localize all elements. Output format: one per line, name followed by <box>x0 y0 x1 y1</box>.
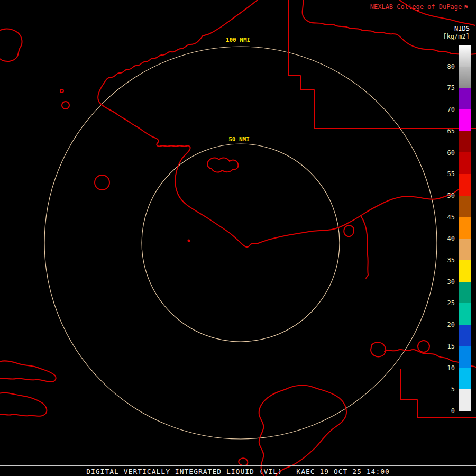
colorbar-tick-75: 75 <box>447 84 455 92</box>
range-ring-label-50: 50 NMI <box>226 136 252 143</box>
radar-map <box>0 0 476 476</box>
colorbar-tick-25: 25 <box>447 299 455 307</box>
brand: NEXLAB-College of DuPage⚑ <box>370 3 469 11</box>
colorbar-segment-50 <box>459 174 471 196</box>
colorbar-segment-70 <box>459 88 471 109</box>
product-caption: DIGITAL VERTICALLY INTEGRATED LIQUID (VI… <box>0 468 476 475</box>
colorbar-tick-0: 0 <box>451 407 455 415</box>
map-outlines <box>0 0 476 476</box>
colorbar-segment-40 <box>459 217 471 239</box>
colorbar-tick-10: 10 <box>447 364 455 372</box>
lake-tiny <box>60 89 63 93</box>
colorbar-tick-15: 15 <box>447 342 455 351</box>
brand-flag-icon: ⚑ <box>463 4 469 11</box>
colorbar-tick-40: 40 <box>447 234 455 243</box>
colorbar-segment-60 <box>459 131 471 153</box>
river-midright <box>361 216 368 278</box>
colorbar-segment-35 <box>459 239 471 260</box>
colorbar-tick-60: 60 <box>447 149 455 157</box>
colorbar <box>459 45 471 411</box>
colorbar-tick-30: 30 <box>447 278 455 286</box>
colorbar-segment-10 <box>459 346 471 368</box>
colorbar-tick-55: 55 <box>447 170 455 178</box>
colorbar-title: NIDS <box>454 25 470 32</box>
map-dot <box>188 240 190 242</box>
colorbar-segment-45 <box>459 196 471 217</box>
colorbar-segment-20 <box>459 303 471 325</box>
lake-left <box>95 175 109 190</box>
colorbar-segment-15 <box>459 325 471 346</box>
island-midright <box>344 225 354 236</box>
colorbar-segment-65 <box>459 109 471 131</box>
colorbar-tick-20: 20 <box>447 321 455 329</box>
colorbar-segment-5 <box>459 368 471 389</box>
lake-small <box>62 102 69 109</box>
coastline-bottomleft-lower <box>0 393 47 416</box>
coastline-bottomleft-upper <box>0 361 56 382</box>
colorbar-units: [kg/m2] <box>443 33 470 40</box>
colorbar-tick-50: 50 <box>447 191 455 200</box>
island-bottomright <box>371 342 386 356</box>
bay-bottom-west <box>259 389 286 476</box>
colorbar-segment-55 <box>459 152 471 174</box>
bay-bottom-east <box>275 386 346 476</box>
colorbar-tick-80: 80 <box>447 62 455 71</box>
range-ring-label-100: 100 NMI <box>224 36 252 43</box>
colorbar-tick-70: 70 <box>447 105 455 114</box>
colorbar-segment-25 <box>459 282 471 304</box>
colorbar-segment-0 <box>459 389 471 411</box>
colorbar-segment-80 <box>459 45 471 67</box>
colorbar-segment-75 <box>459 67 471 88</box>
coastline-main <box>98 0 463 247</box>
islet-bottom <box>239 458 248 465</box>
colorbar-tick-65: 65 <box>447 127 455 135</box>
radar-display: 100 NMI 50 NMI NEXLAB-College of DuPage⚑… <box>0 0 476 476</box>
islands-inner <box>207 158 238 172</box>
island-topleft <box>0 29 22 61</box>
colorbar-tick-35: 35 <box>447 256 455 264</box>
footer-divider <box>0 465 476 466</box>
colorbar-tick-45: 45 <box>447 213 455 222</box>
colorbar-tick-5: 5 <box>451 385 455 393</box>
lake-bottomright <box>418 341 429 352</box>
colorbar-segment-30 <box>459 260 471 282</box>
brand-text: NEXLAB-College of DuPage <box>370 3 462 11</box>
